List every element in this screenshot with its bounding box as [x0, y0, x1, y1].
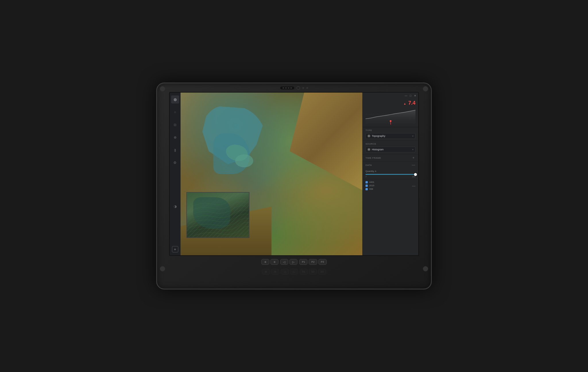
source-chevron: ▾	[412, 148, 413, 151]
tablet-device: — □ ✕ ◎ ○ ⊡ ⊕ ||| ⚙ ◑	[156, 83, 432, 289]
chart-area	[365, 107, 415, 124]
list-item: 998	[365, 188, 374, 190]
clock-icon: ○	[174, 110, 176, 114]
timeframe-label: TIME FRAME	[365, 157, 381, 159]
brightness-down-icon-2: ✳	[265, 270, 267, 273]
type-label: Type	[365, 129, 415, 132]
slider-thumb[interactable]	[414, 173, 417, 176]
map-area[interactable]	[181, 93, 362, 255]
data-minus-button[interactable]: —	[411, 163, 415, 167]
camera	[297, 86, 300, 90]
legend-dot-3	[365, 188, 368, 190]
corner-grip-tr	[423, 86, 428, 91]
b1-button[interactable]: b1	[300, 269, 308, 275]
slider-range: 7 100	[365, 176, 415, 178]
p1-button[interactable]: P1	[299, 259, 307, 265]
brightness-up-icon-2: ✳	[274, 270, 276, 273]
p-button-group: P1 P2 P3	[299, 259, 326, 265]
volume-up-btn-2[interactable]: ▷	[290, 269, 298, 275]
timeframe-row: TIME FRAME +	[363, 154, 418, 161]
right-panel: Water Surface Status Select One ▾ ▲ 7.4	[362, 93, 418, 255]
chart-value: 7.4	[408, 100, 415, 106]
legend-items: 4401 2015 998	[365, 181, 374, 191]
type-chevron: ▾	[412, 135, 413, 137]
brightness-group-2: ✳ ✳	[262, 269, 279, 275]
legend-dot-2	[365, 185, 368, 187]
volume-up-btn[interactable]: ▷	[289, 259, 297, 265]
brightness-down-btn[interactable]: ✳	[261, 259, 269, 265]
source-label: Source	[365, 143, 415, 145]
globe-icon: ⊕	[174, 135, 177, 139]
type-value: Topography	[372, 135, 385, 137]
slider-track[interactable]	[365, 174, 415, 175]
legend-collapse-button[interactable]: —	[412, 184, 415, 188]
slot1	[283, 87, 284, 89]
volume-up-icon: ▷	[292, 260, 295, 264]
volume-group-2: ◁ ▷	[281, 269, 298, 275]
sidebar-item-target[interactable]: ◎	[171, 95, 179, 103]
volume-down-icon-2: ◁	[284, 270, 286, 273]
list-item: 2015	[365, 184, 374, 187]
type-dropdown[interactable]: Topography ▾	[365, 133, 415, 139]
inset-map-background	[187, 193, 249, 237]
settings-icon: ⚙	[173, 161, 177, 165]
volume-down-btn[interactable]: ◁	[280, 259, 288, 265]
source-value: Histogram	[372, 148, 384, 151]
target-icon: ◎	[174, 97, 177, 101]
sidebar-item-chart[interactable]: |||	[171, 146, 179, 154]
legend-label-3: 998	[369, 188, 373, 190]
legend-row: 4401 2015 998 —	[365, 181, 415, 191]
left-sidebar: ◎ ○ ⊡ ⊕ ||| ⚙ ◑ +	[170, 93, 181, 255]
corner-grip-tl	[160, 86, 165, 91]
source-section: Source Histogram ▾	[363, 141, 418, 154]
bottom-bar-primary: ✳ ✳ ◁ ▷ P1 P2 P3	[157, 257, 431, 267]
inset-map[interactable]	[186, 192, 249, 238]
sidebar-item-clock[interactable]: ○	[171, 108, 179, 116]
p2-button[interactable]: P2	[309, 259, 317, 265]
brightness-down-icon: ✳	[264, 260, 266, 264]
chart-icon: |||	[174, 149, 176, 152]
brightness-up-btn[interactable]: ✳	[270, 259, 278, 265]
slot2	[285, 87, 287, 89]
p3-button[interactable]: P3	[318, 259, 327, 265]
window-titlebar: — □ ✕	[362, 93, 418, 99]
sidebar-item-headphone[interactable]: ◑	[171, 202, 179, 210]
screen-area: — □ ✕ ◎ ○ ⊡ ⊕ ||| ⚙ ◑	[169, 92, 419, 256]
slot4	[290, 87, 292, 89]
contour-lines-svg	[187, 193, 249, 238]
b3-button[interactable]: b3	[318, 269, 326, 275]
b2-button[interactable]: b3	[309, 269, 317, 275]
sidebar-item-settings[interactable]: ⚙	[171, 159, 179, 167]
legend-section: 4401 2015 998 —	[363, 179, 418, 193]
source-dropdown-content: Histogram	[368, 148, 384, 151]
source-dropdown[interactable]: Histogram ▾	[365, 147, 415, 152]
sidebar-item-globe[interactable]: ⊕	[171, 133, 179, 141]
p1-label: P1	[302, 260, 305, 263]
brightness-up-btn-2[interactable]: ✳	[271, 269, 279, 275]
minimize-button[interactable]: —	[404, 94, 408, 98]
timeframe-add-button[interactable]: +	[411, 156, 415, 160]
legend-dot-1	[365, 181, 368, 183]
slot3	[288, 87, 289, 89]
sidebar-item-camera[interactable]: ⊡	[171, 121, 179, 129]
indicator-dot	[302, 87, 304, 89]
add-button[interactable]: +	[172, 246, 178, 252]
legend-label-1: 4401	[369, 181, 374, 183]
bottom-bar-secondary: ✳ ✳ ◁ ▷ b1 b3 b3	[157, 267, 431, 276]
slider-label: Quantity, k	[365, 170, 415, 172]
indicator-dot2	[306, 87, 308, 89]
chart-triangle: ▲	[403, 102, 406, 105]
slider-section: Quantity, k 7 100	[363, 168, 418, 179]
volume-group: ◁ ▷	[280, 259, 297, 265]
data-label: DATA	[365, 164, 372, 166]
legend-label-2: 2015	[369, 184, 374, 187]
hills-right	[290, 93, 362, 190]
volume-down-btn-2[interactable]: ◁	[281, 269, 289, 275]
close-button[interactable]: ✕	[413, 94, 417, 98]
maximize-button[interactable]: □	[409, 94, 413, 98]
p2-label: P2	[311, 260, 314, 263]
volume-down-icon: ◁	[283, 260, 285, 264]
brightness-down-btn-2[interactable]: ✳	[262, 269, 270, 275]
b1-label: b1	[302, 270, 305, 273]
camera-icon: ⊡	[174, 123, 176, 127]
